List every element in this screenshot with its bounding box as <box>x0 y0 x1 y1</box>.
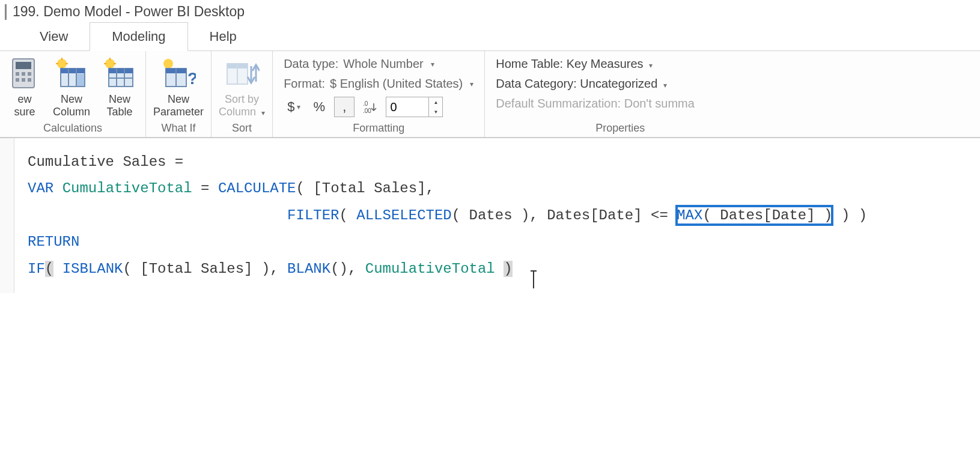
f-ct: CumulativeTotal <box>365 261 495 277</box>
new-parameter-icon: ? <box>161 56 196 91</box>
group-label-whatif: What If <box>152 120 205 136</box>
data-type-value: Whole Number <box>343 57 423 71</box>
decimals-input[interactable] <box>386 97 428 117</box>
svg-rect-6 <box>22 78 25 82</box>
left-rail <box>0 138 14 293</box>
decimals-up[interactable]: ▲ <box>429 97 442 107</box>
f-blank: BLANK <box>287 261 330 277</box>
sort-by-column-label: Sort by Column ▾ <box>219 93 265 118</box>
new-table-button[interactable]: New Table <box>100 55 139 119</box>
f-calculate: CALCULATE <box>218 180 296 196</box>
new-parameter-button[interactable]: ? New Parameter <box>152 55 205 119</box>
currency-button[interactable]: $ ▾ <box>284 97 304 117</box>
decimal-icon: .0.00 <box>359 97 381 117</box>
ribbon-group-whatif: ? New Parameter What If <box>146 51 212 137</box>
chevron-down-icon: ▾ <box>431 60 434 68</box>
svg-text:.0: .0 <box>363 100 368 107</box>
title-divider <box>5 4 7 20</box>
formula-bar[interactable]: Cumulative Sales = VAR CumulativeTotal =… <box>14 138 980 293</box>
ribbon-group-formatting: Data type: Whole Number ▾ Format: $ Engl… <box>273 51 485 137</box>
f-varname: CumulativeTotal <box>62 180 192 196</box>
svg-point-8 <box>57 59 67 68</box>
tab-help[interactable]: Help <box>188 23 258 50</box>
chevron-down-icon: ▾ <box>663 81 667 90</box>
svg-text:.00: .00 <box>363 108 371 114</box>
svg-rect-14 <box>61 68 85 73</box>
default-summarization: Default Summarization: Don't summa <box>496 97 695 110</box>
ribbon-group-sort: Sort by Column ▾ Sort <box>212 51 273 137</box>
sort-by-column-button[interactable]: Sort by Column ▾ <box>218 55 266 119</box>
ribbon-group-calculations: ew sure New Column New Table Calculation… <box>0 51 146 137</box>
f-if: IF <box>28 261 45 277</box>
f-return: RETURN <box>28 234 79 250</box>
f-max: MAX <box>677 207 702 223</box>
percent-button[interactable]: % <box>309 97 329 117</box>
default-summarization-dropdown[interactable]: Default Summarization: Don't summa <box>496 97 744 111</box>
data-type-dropdown[interactable]: Data type: Whole Number ▾ <box>284 57 473 71</box>
new-column-icon <box>54 56 89 91</box>
svg-rect-3 <box>22 72 25 76</box>
f-var: VAR <box>28 180 53 196</box>
home-table-value: Key Measures <box>567 57 644 70</box>
content-area: Cumulative Sales = VAR CumulativeTotal =… <box>0 138 980 293</box>
f-isblank: ISBLANK <box>62 261 123 277</box>
svg-rect-7 <box>28 78 31 82</box>
format-dropdown[interactable]: Format: $ English (United States) ▾ <box>284 77 473 91</box>
svg-text:?: ? <box>187 69 196 88</box>
f-open-paren: ( <box>45 261 53 277</box>
window-title-bar: 199. Demo Model - Power BI Desktop <box>0 0 980 22</box>
window-title: 199. Demo Model - Power BI Desktop <box>13 4 245 20</box>
new-measure-label: ew sure <box>14 93 35 118</box>
ribbon: ew sure New Column New Table Calculation… <box>0 51 980 138</box>
ribbon-group-properties: Home Table: Key Measures ▾ Data Category… <box>485 51 755 137</box>
f-close-paren: ) <box>504 261 512 277</box>
svg-point-18 <box>105 59 115 68</box>
group-label-sort: Sort <box>218 120 266 136</box>
data-category-value: Uncategorized <box>580 77 657 90</box>
svg-rect-17 <box>77 74 84 86</box>
svg-rect-4 <box>28 72 31 76</box>
new-measure-button[interactable]: ew sure <box>6 55 43 119</box>
group-label-properties: Properties <box>491 120 749 136</box>
svg-rect-2 <box>16 72 19 76</box>
ribbon-tabs: View Modeling Help <box>0 22 980 51</box>
data-type-label: Data type: <box>284 57 338 71</box>
home-table-dropdown[interactable]: Home Table: Key Measures ▾ <box>496 57 744 71</box>
thousands-separator-button[interactable]: , <box>334 97 355 117</box>
new-column-button[interactable]: New Column <box>52 55 91 119</box>
group-label-formatting: Formatting <box>279 120 478 136</box>
tab-modeling[interactable]: Modeling <box>90 22 187 51</box>
sort-icon <box>225 56 260 91</box>
new-table-label: New Table <box>107 93 133 118</box>
svg-rect-5 <box>16 78 19 82</box>
f-allselected: ALLSELECTED <box>356 207 451 223</box>
chevron-down-icon: ▾ <box>297 103 300 111</box>
format-label: Format: <box>284 77 325 91</box>
highlight-max: MAX( Dates[Date] ) <box>677 206 832 225</box>
f-filter: FILTER <box>287 207 339 223</box>
format-value: $ English (United States) <box>330 77 463 91</box>
tab-view[interactable]: View <box>18 23 90 50</box>
f-line1: Cumulative Sales = <box>28 154 192 170</box>
decimals-input-box[interactable]: ▲ ▼ <box>386 97 443 117</box>
calculator-icon <box>7 56 42 91</box>
new-table-icon <box>102 56 137 91</box>
data-category-dropdown[interactable]: Data Category: Uncategorized ▾ <box>496 77 744 91</box>
data-category-label: Data Category: <box>496 77 577 90</box>
new-column-label: New Column <box>53 93 90 118</box>
group-label-calculations: Calculations <box>6 120 139 136</box>
decimals-down[interactable]: ▼ <box>429 107 442 117</box>
svg-rect-1 <box>16 62 31 69</box>
chevron-down-icon: ▾ <box>649 61 653 70</box>
home-table-label: Home Table: <box>496 57 563 70</box>
svg-rect-24 <box>109 68 133 73</box>
svg-point-28 <box>163 59 173 68</box>
new-parameter-label: New Parameter <box>153 93 204 118</box>
chevron-down-icon: ▾ <box>470 80 473 88</box>
